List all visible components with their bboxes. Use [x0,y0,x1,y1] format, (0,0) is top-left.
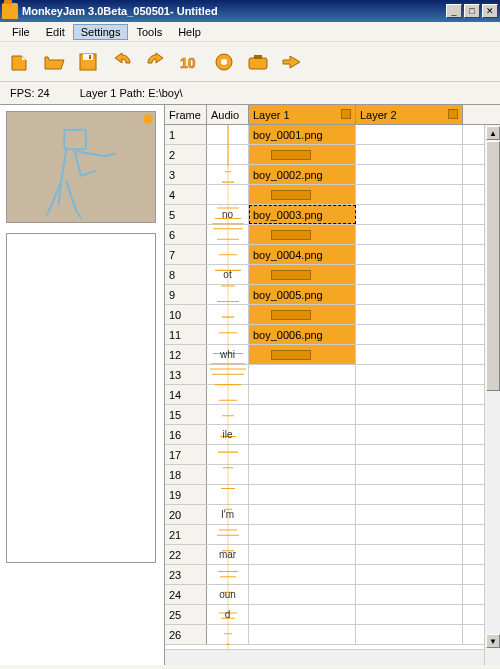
capture-button[interactable] [244,48,272,76]
preview-thumbnail[interactable] [6,111,156,223]
audio-cell[interactable] [207,285,249,304]
frame-cell[interactable]: 11 [165,325,207,344]
scroll-up-icon[interactable]: ▲ [486,126,500,140]
table-row[interactable]: 15 [165,405,500,425]
layer1-cell[interactable] [249,565,356,584]
frame-cell[interactable]: 14 [165,385,207,404]
maximize-button[interactable]: □ [464,4,480,18]
frame-cell[interactable]: 15 [165,405,207,424]
audio-cell[interactable]: mar [207,545,249,564]
audio-cell[interactable] [207,225,249,244]
menu-help[interactable]: Help [170,24,209,40]
scroll-thumb[interactable] [486,141,500,391]
save-button[interactable] [74,48,102,76]
table-row[interactable]: 7boy_0004.png [165,245,500,265]
layer2-cell[interactable] [356,625,463,644]
new-button[interactable] [6,48,34,76]
layer2-cell[interactable] [356,405,463,424]
audio-cell[interactable] [207,245,249,264]
frame-cell[interactable]: 13 [165,365,207,384]
frame-cell[interactable]: 19 [165,485,207,504]
layer2-cell[interactable] [356,125,463,144]
layer2-cell[interactable] [356,445,463,464]
audio-cell[interactable] [207,185,249,204]
table-row[interactable]: 25d [165,605,500,625]
layer1-cell[interactable] [249,405,356,424]
export-button[interactable] [278,48,306,76]
audio-cell[interactable] [207,405,249,424]
layer2-cell[interactable] [356,145,463,164]
frame-cell[interactable]: 1 [165,125,207,144]
table-row[interactable]: 21 [165,525,500,545]
frame-cell[interactable]: 10 [165,305,207,324]
redo-button[interactable] [142,48,170,76]
table-row[interactable]: 18 [165,465,500,485]
audio-cell[interactable]: d [207,605,249,624]
frame-cell[interactable]: 12 [165,345,207,364]
frame-cell[interactable]: 4 [165,185,207,204]
table-row[interactable]: 8ot [165,265,500,285]
col-layer1[interactable]: Layer 1 [249,105,356,124]
layer2-cell[interactable] [356,525,463,544]
audio-cell[interactable]: oun [207,585,249,604]
col-audio[interactable]: Audio [207,105,249,124]
col-frame[interactable]: Frame [165,105,207,124]
layer1-cell[interactable] [249,505,356,524]
col-layer2[interactable]: Layer 2 [356,105,463,124]
layer2-cell[interactable] [356,505,463,524]
audio-cell[interactable] [207,145,249,164]
audio-cell[interactable] [207,365,249,384]
layer2-cell[interactable] [356,605,463,624]
layer1-cell[interactable]: boy_0003.png [249,205,356,224]
layer1-cell[interactable] [249,145,356,164]
layer1-cell[interactable]: boy_0001.png [249,125,356,144]
table-row[interactable]: 20I'm [165,505,500,525]
grid-body[interactable]: ▲ ▼ 1boy_0001.png23boy_0002.png45noboy_0… [165,125,500,665]
goto-button[interactable]: 10 [176,48,204,76]
frame-cell[interactable]: 25 [165,605,207,624]
layer1-cell[interactable] [249,345,356,364]
layer2-cell[interactable] [356,265,463,284]
frame-cell[interactable]: 3 [165,165,207,184]
audio-cell[interactable] [207,445,249,464]
layer2-cell[interactable] [356,245,463,264]
audio-cell[interactable]: ile [207,425,249,444]
layer1-cell[interactable] [249,225,356,244]
layer2-cell[interactable] [356,365,463,384]
frame-cell[interactable]: 21 [165,525,207,544]
frame-cell[interactable]: 2 [165,145,207,164]
table-row[interactable]: 17 [165,445,500,465]
vertical-scrollbar[interactable]: ▲ ▼ [484,125,500,665]
preview-button[interactable] [210,48,238,76]
layer2-cell[interactable] [356,585,463,604]
close-button[interactable]: ✕ [482,4,498,18]
table-row[interactable]: 5noboy_0003.png [165,205,500,225]
audio-cell[interactable] [207,565,249,584]
table-row[interactable]: 11boy_0006.png [165,325,500,345]
layer2-cell[interactable] [356,305,463,324]
horizontal-scrollbar[interactable] [165,649,484,665]
menu-settings[interactable]: Settings [73,24,129,40]
frame-cell[interactable]: 5 [165,205,207,224]
table-row[interactable]: 3boy_0002.png [165,165,500,185]
frame-cell[interactable]: 18 [165,465,207,484]
layer1-cell[interactable] [249,445,356,464]
layer1-cell[interactable] [249,605,356,624]
table-row[interactable]: 4 [165,185,500,205]
layer2-cell[interactable] [356,385,463,404]
layer2-cell[interactable] [356,205,463,224]
layer2-cell[interactable] [356,325,463,344]
audio-cell[interactable] [207,525,249,544]
layer1-cell[interactable] [249,265,356,284]
scroll-down-icon[interactable]: ▼ [486,634,500,648]
layer2-cell[interactable] [356,565,463,584]
table-row[interactable]: 24oun [165,585,500,605]
table-row[interactable]: 9boy_0005.png [165,285,500,305]
audio-cell[interactable]: whi [207,345,249,364]
layer1-cell[interactable] [249,625,356,644]
menu-edit[interactable]: Edit [38,24,73,40]
audio-cell[interactable] [207,385,249,404]
table-row[interactable]: 14 [165,385,500,405]
layer2-cell[interactable] [356,545,463,564]
audio-cell[interactable]: I'm [207,505,249,524]
